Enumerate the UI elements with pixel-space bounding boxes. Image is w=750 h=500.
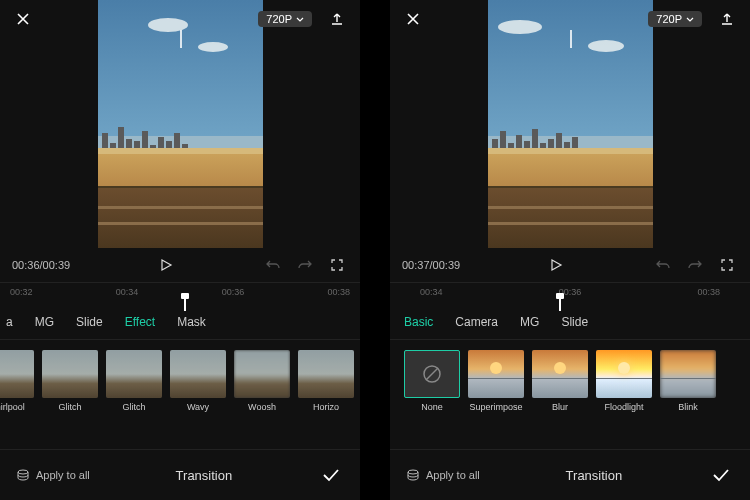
export-icon[interactable] — [714, 6, 740, 32]
tab-slide[interactable]: Slide — [76, 311, 103, 333]
tab-mg[interactable]: MG — [520, 311, 539, 333]
stack-icon — [16, 468, 30, 482]
thumb-label: Blur — [552, 402, 568, 412]
playhead[interactable] — [184, 297, 186, 311]
thumb-label: Whirlpool — [0, 402, 25, 412]
chevron-down-icon — [296, 17, 304, 22]
apply-label: Apply to all — [426, 469, 480, 481]
confirm-icon[interactable] — [708, 462, 734, 488]
fullscreen-icon[interactable] — [326, 254, 348, 276]
topbar: 720P — [390, 0, 750, 38]
chevron-down-icon — [686, 17, 694, 22]
tab-effect[interactable]: Effect — [125, 311, 155, 333]
bottom-bar: Apply to all Transition — [0, 449, 360, 500]
resolution-selector[interactable]: 720P — [648, 11, 702, 27]
redo-icon — [294, 254, 316, 276]
thumb-label: Woosh — [248, 402, 276, 412]
thumb-none[interactable] — [404, 350, 460, 398]
thumb-label: Floodlight — [604, 402, 643, 412]
apply-to-all-button[interactable]: Apply to all — [406, 468, 480, 482]
thumb-floodlight[interactable] — [596, 350, 652, 398]
apply-label: Apply to all — [36, 469, 90, 481]
tab-slide[interactable]: Slide — [561, 311, 588, 333]
tab-basic[interactable]: Basic — [404, 311, 433, 333]
bottom-title: Transition — [566, 468, 623, 483]
tab-mg[interactable]: MG — [35, 311, 54, 333]
timeline-ticks: 00:34 00:36 00:38 — [400, 287, 740, 297]
redo-icon — [684, 254, 706, 276]
export-icon[interactable] — [324, 6, 350, 32]
thumb-label: Wavy — [187, 402, 209, 412]
timeline[interactable]: 00:32 00:34 00:36 00:38 — [0, 282, 360, 305]
tab-mask[interactable]: Mask — [177, 311, 206, 333]
thumb-blink[interactable] — [660, 350, 716, 398]
resolution-label: 720P — [656, 13, 682, 25]
bottom-title: Transition — [176, 468, 233, 483]
resolution-selector[interactable]: 720P — [258, 11, 312, 27]
thumb-superimpose[interactable] — [468, 350, 524, 398]
play-icon[interactable] — [545, 254, 567, 276]
thumb-label: Glitch — [122, 402, 145, 412]
timeline[interactable]: 00:34 00:36 00:38 — [390, 282, 750, 305]
thumb-label: Superimpose — [469, 402, 522, 412]
play-icon[interactable] — [155, 254, 177, 276]
stack-icon — [406, 468, 420, 482]
bottom-bar: Apply to all Transition — [390, 449, 750, 500]
close-icon[interactable] — [400, 6, 426, 32]
none-icon — [421, 363, 443, 385]
thumb-glitch[interactable] — [42, 350, 98, 398]
confirm-icon[interactable] — [318, 462, 344, 488]
topbar: 720P — [0, 0, 360, 38]
fullscreen-icon[interactable] — [716, 254, 738, 276]
editor-panel-left: 720P 00:36/00:39 — [0, 0, 360, 500]
tab-partial[interactable]: a — [6, 311, 13, 333]
apply-to-all-button[interactable]: Apply to all — [16, 468, 90, 482]
thumb-label: Glitch — [58, 402, 81, 412]
category-tabs: Basic Camera MG Slide — [390, 305, 750, 340]
playback-controls: 00:37/00:39 — [390, 248, 750, 282]
thumb-glitch-2[interactable] — [106, 350, 162, 398]
svg-point-0 — [18, 470, 28, 474]
thumb-wavy[interactable] — [170, 350, 226, 398]
transition-thumbnails: Whirlpool Glitch Glitch Wavy Woosh Horiz… — [0, 340, 360, 420]
thumb-label: None — [421, 402, 443, 412]
editor-panel-right: 720P 00:37/00:39 — [390, 0, 750, 500]
undo-icon — [652, 254, 674, 276]
playhead[interactable] — [559, 297, 561, 311]
thumb-whirlpool[interactable] — [0, 350, 34, 398]
thumb-label: Blink — [678, 402, 698, 412]
time-display: 00:36/00:39 — [12, 259, 70, 271]
transition-thumbnails: None Superimpose Blur Floodlight Blink — [390, 340, 750, 420]
thumb-horizontal[interactable] — [298, 350, 354, 398]
tab-camera[interactable]: Camera — [455, 311, 498, 333]
thumb-woosh[interactable] — [234, 350, 290, 398]
category-tabs: a MG Slide Effect Mask — [0, 305, 360, 340]
svg-point-2 — [408, 470, 418, 474]
undo-icon — [262, 254, 284, 276]
time-display: 00:37/00:39 — [402, 259, 460, 271]
thumb-label: Horizo — [313, 402, 339, 412]
resolution-label: 720P — [266, 13, 292, 25]
close-icon[interactable] — [10, 6, 36, 32]
playback-controls: 00:36/00:39 — [0, 248, 360, 282]
thumb-blur[interactable] — [532, 350, 588, 398]
